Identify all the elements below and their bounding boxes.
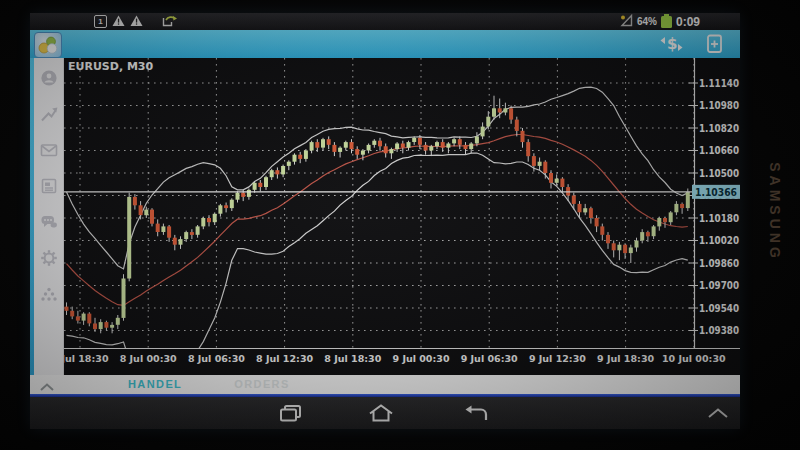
sidebar-item-settings[interactable] [39, 248, 59, 268]
bottom-tab-bar: HANDEL ORDERS [30, 375, 740, 394]
svg-text:1.10660: 1.10660 [699, 145, 739, 156]
svg-text:1.10820: 1.10820 [699, 123, 739, 134]
gear-icon [39, 248, 59, 268]
sidebar-item-quotes[interactable] [39, 68, 59, 88]
svg-text:1.11140: 1.11140 [699, 78, 739, 89]
warning-icon [112, 13, 125, 31]
svg-text:$: $ [667, 35, 677, 53]
svg-text:1.10020: 1.10020 [699, 235, 739, 246]
main-content: 1.111401.109801.108201.106601.105001.103… [30, 58, 740, 375]
sidebar-item-mailbox[interactable] [39, 140, 59, 160]
svg-text:9 Jul 00:30: 9 Jul 00:30 [392, 353, 449, 364]
svg-text:1.09540: 1.09540 [699, 303, 739, 314]
brand-label: SAMSUNG [767, 162, 783, 262]
chart-area: 1.111401.109801.108201.106601.105001.103… [64, 58, 740, 375]
tab-orders[interactable]: ORDERS [234, 375, 289, 394]
new-order-icon[interactable] [706, 34, 724, 58]
tablet-screen: 1 64% 0:09 [30, 13, 740, 429]
metatrader-app-icon[interactable] [34, 32, 62, 58]
signal-warning-icon [620, 13, 633, 31]
android-nav-bar [30, 397, 740, 429]
svg-text:9 Jul 18:30: 9 Jul 18:30 [597, 353, 654, 364]
svg-text:1.09860: 1.09860 [699, 258, 739, 269]
back-button[interactable] [462, 404, 490, 422]
svg-text:8 Jul 18:30: 8 Jul 18:30 [324, 353, 381, 364]
svg-text:8 Jul 00:30: 8 Jul 00:30 [120, 353, 177, 364]
expand-chevron-icon[interactable] [704, 406, 732, 424]
svg-text:1.10180: 1.10180 [699, 213, 739, 224]
svg-text:8 Jul 06:30: 8 Jul 06:30 [188, 353, 245, 364]
sidebar-item-community[interactable] [39, 284, 59, 304]
notification-count-badge[interactable]: 1 [94, 15, 107, 28]
user-icon [39, 68, 59, 88]
warning-icon [130, 13, 143, 31]
battery-percent: 64% [637, 16, 657, 27]
trade-arrow-icon [39, 104, 59, 124]
svg-text:EURUSD, M30: EURUSD, M30 [68, 60, 154, 73]
chat-icon [39, 212, 59, 232]
sidebar [34, 58, 64, 375]
sidebar-item-messages[interactable] [39, 212, 59, 232]
svg-text:9 Jul 06:30: 9 Jul 06:30 [461, 353, 518, 364]
home-button[interactable] [367, 404, 395, 422]
price-chart[interactable]: 1.111401.109801.108201.106601.105001.103… [64, 58, 740, 375]
svg-text:10 Jul 00:30: 10 Jul 00:30 [662, 353, 726, 364]
svg-text:1.10366: 1.10366 [695, 187, 737, 198]
svg-text:9 Jul 12:30: 9 Jul 12:30 [529, 353, 586, 364]
mail-icon [39, 140, 59, 160]
quick-trade-icon[interactable]: $ [658, 33, 688, 59]
screenshot-icon [162, 13, 178, 31]
community-icon [39, 284, 59, 304]
sidebar-item-news[interactable] [39, 176, 59, 196]
sidebar-item-trade[interactable] [39, 104, 59, 124]
svg-text:1.10980: 1.10980 [699, 100, 739, 111]
clock: 0:09 [676, 15, 700, 29]
status-bar: 1 64% 0:09 [30, 13, 740, 30]
recent-apps-button[interactable] [277, 404, 305, 422]
svg-text:1.10500: 1.10500 [699, 168, 739, 179]
svg-text:8 Jul 12:30: 8 Jul 12:30 [256, 353, 313, 364]
svg-text:7 Jul 18:30: 7 Jul 18:30 [64, 353, 109, 364]
battery-icon [661, 16, 672, 28]
app-title-bar: $ [30, 30, 740, 58]
news-icon [39, 176, 59, 196]
collapse-chevron-icon[interactable] [38, 379, 56, 391]
svg-text:1.09700: 1.09700 [699, 280, 739, 291]
svg-text:1.09380: 1.09380 [699, 325, 739, 336]
tab-handel[interactable]: HANDEL [128, 375, 182, 394]
